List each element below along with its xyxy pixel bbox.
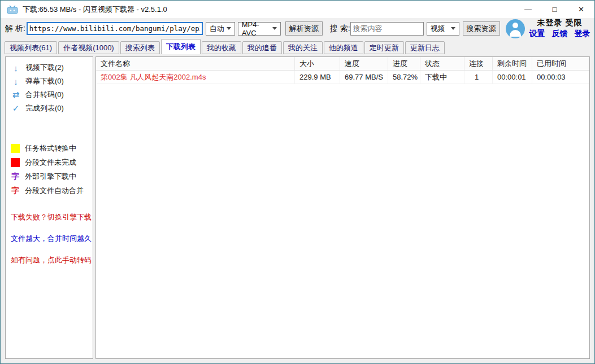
cell-progress: 58.72% <box>388 71 420 84</box>
person-icon <box>510 30 521 37</box>
mode-select[interactable]: 自动 <box>206 22 235 36</box>
cell-size: 229.9 MB <box>295 71 340 84</box>
legend-label: 分段文件自动合并 <box>25 186 84 196</box>
sidebar-item-merge-transcode[interactable]: ⇄ 合并转码(0) <box>6 88 93 102</box>
legend-char-swatch: 字 <box>11 186 20 196</box>
tab-scheduled-update[interactable]: 定时更新 <box>364 41 404 54</box>
tab-bar: 视频列表(61) 作者视频(1000) 搜索列表 下载列表 我的收藏 我的追番 … <box>1 39 594 54</box>
search-type-select[interactable]: 视频 <box>427 22 459 36</box>
tab-video-list[interactable]: 视频列表(61) <box>5 41 57 54</box>
check-icon: ✓ <box>11 103 20 113</box>
user-avatar[interactable] <box>506 19 525 38</box>
status-legend: 任务格式转换中 分段文件未完成 字 外部引擎下载中 字 分段文件自动合并 <box>6 141 93 198</box>
user-block: 未登录 受限 设置 反馈 登录 <box>529 18 590 39</box>
window-title: 下载:65.53 MB/s - 闪豆视频下载器 - v2.5.1.0 <box>23 5 167 15</box>
note-switch-engine: 下载失败？切换引擎下载 <box>6 213 93 222</box>
tab-changelog[interactable]: 更新日志 <box>405 41 445 54</box>
parse-resource-button[interactable]: 解析资源 <box>285 21 323 36</box>
legend-item-converting: 任务格式转换中 <box>6 141 93 155</box>
note-manual-transcode[interactable]: 如有问题，点此手动转码 <box>6 256 93 265</box>
cell-time-remaining: 00:00:01 <box>493 71 532 84</box>
download-icon: ↓ <box>11 63 20 73</box>
table-header-row: 文件名称 大小 速度 进度 状态 连接 剩余时间 已用时间 <box>96 57 589 71</box>
tab-author-videos[interactable]: 作者视频(1000) <box>58 41 119 54</box>
tab-my-follows[interactable]: 我的关注 <box>283 41 323 54</box>
feedback-link[interactable]: 反馈 <box>552 29 568 39</box>
column-header-speed[interactable]: 速度 <box>340 57 388 70</box>
settings-link[interactable]: 设置 <box>529 29 545 39</box>
download-icon: ↓ <box>11 77 20 86</box>
cell-speed: 69.77 MB/S <box>340 71 388 84</box>
cell-status: 下载中 <box>420 71 464 84</box>
sidebar-item-label: 完成列表(0) <box>25 103 64 113</box>
column-header-file-name[interactable]: 文件名称 <box>96 57 295 70</box>
search-label: 搜 索: <box>330 24 350 34</box>
format-select-value: MP4-AVC <box>242 20 272 37</box>
person-icon <box>513 23 518 28</box>
title-bar: 下载:65.53 MB/s - 闪豆视频下载器 - v2.5.1.0 — □ ✕ <box>1 1 594 18</box>
login-status: 未登录 受限 <box>537 18 583 28</box>
column-header-status[interactable]: 状态 <box>420 57 464 70</box>
minimize-icon[interactable]: — <box>515 1 541 18</box>
sidebar-item-danmaku-download[interactable]: ↓ 弹幕下载(0) <box>6 74 93 88</box>
sidebar-item-video-download[interactable]: ↓ 视频下载(2) <box>6 61 93 74</box>
legend-item-external-engine: 字 外部引擎下载中 <box>6 169 93 183</box>
sidebar-notes: 下载失败？切换引擎下载 文件越大，合并时间越久 如有问题，点此手动转码 <box>6 213 93 265</box>
content-area: ↓ 视频下载(2) ↓ 弹幕下载(0) ⇄ 合并转码(0) ✓ 完成列表(0) … <box>1 54 594 363</box>
chevron-down-icon <box>227 27 231 30</box>
chevron-down-icon <box>451 27 455 30</box>
chevron-down-icon <box>272 27 277 30</box>
column-header-progress[interactable]: 进度 <box>388 57 420 70</box>
login-link[interactable]: 登录 <box>575 29 590 39</box>
column-header-connections[interactable]: 连接 <box>464 57 493 70</box>
tab-search-list[interactable]: 搜索列表 <box>120 41 160 54</box>
note-merge-time: 文件越大，合并时间越久 <box>6 234 93 243</box>
close-icon[interactable]: ✕ <box>568 1 594 18</box>
format-select[interactable]: MP4-AVC <box>238 22 281 36</box>
swap-arrows-icon: ⇄ <box>11 90 20 100</box>
sidebar-item-label: 合并转码(0) <box>25 90 64 100</box>
legend-char-swatch: 字 <box>11 172 20 182</box>
legend-swatch <box>11 144 20 153</box>
column-header-time-remaining[interactable]: 剩余时间 <box>493 57 532 70</box>
sidebar-item-label: 视频下载(2) <box>25 63 64 73</box>
app-tv-icon <box>7 5 18 14</box>
column-header-time-elapsed[interactable]: 已用时间 <box>532 57 589 70</box>
maximize-icon[interactable]: □ <box>541 1 568 18</box>
legend-swatch <box>11 158 20 167</box>
legend-item-segment-incomplete: 分段文件未完成 <box>6 155 93 169</box>
search-input[interactable] <box>350 22 424 36</box>
tab-his-channel[interactable]: 他的频道 <box>324 41 363 54</box>
sidebar-item-label: 弹幕下载(0) <box>25 76 64 86</box>
cell-connections: 1 <box>464 71 493 84</box>
legend-label: 外部引擎下载中 <box>25 172 76 182</box>
search-resource-button[interactable]: 搜索资源 <box>463 21 500 36</box>
tab-my-favorites[interactable]: 我的收藏 <box>202 41 241 54</box>
column-header-size[interactable]: 大小 <box>295 57 340 70</box>
mode-select-value: 自动 <box>210 24 224 34</box>
sidebar: ↓ 视频下载(2) ↓ 弹幕下载(0) ⇄ 合并转码(0) ✓ 完成列表(0) … <box>5 56 93 359</box>
toolbar: 解 析: 自动 MP4-AVC 解析资源 搜 索: 视频 搜索资源 未登录 受限… <box>1 18 594 39</box>
sidebar-item-completed-list[interactable]: ✓ 完成列表(0) <box>6 102 93 115</box>
legend-label: 任务格式转换中 <box>25 143 76 154</box>
window-controls: — □ ✕ <box>515 1 594 18</box>
url-input[interactable] <box>27 22 203 35</box>
user-links: 设置 反馈 登录 <box>529 29 590 39</box>
legend-item-auto-merge: 字 分段文件自动合并 <box>6 183 93 198</box>
legend-label: 分段文件未完成 <box>25 157 76 168</box>
tab-download-list[interactable]: 下载列表 <box>161 39 201 54</box>
cell-file-name: 第002集 凡人风起天南2002.m4s <box>96 71 295 84</box>
app-window: 下载:65.53 MB/s - 闪豆视频下载器 - v2.5.1.0 — □ ✕… <box>0 0 595 364</box>
download-table: 文件名称 大小 速度 进度 状态 连接 剩余时间 已用时间 第002集 凡人风起… <box>95 56 590 359</box>
cell-time-elapsed: 00:00:03 <box>532 71 589 84</box>
search-type-value: 视频 <box>431 24 445 34</box>
table-row[interactable]: 第002集 凡人风起天南2002.m4s 229.9 MB 69.77 MB/S… <box>96 71 589 84</box>
parse-label: 解 析: <box>5 24 25 34</box>
tab-my-bangumi[interactable]: 我的追番 <box>242 41 282 54</box>
